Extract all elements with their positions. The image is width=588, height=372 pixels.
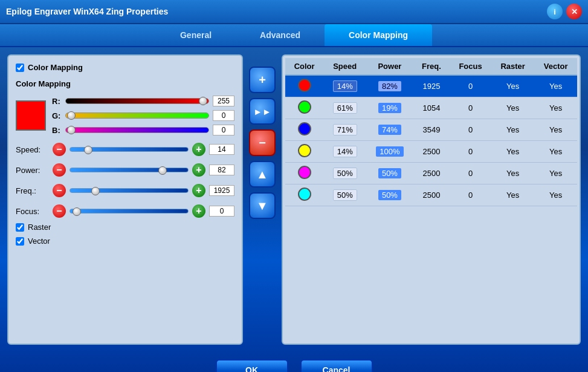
color-table: Color Speed Power Freq. Focus Raster Vec…: [285, 58, 577, 206]
tab-general[interactable]: General: [156, 24, 236, 46]
table-row[interactable]: 61%19%10540YesYes: [285, 97, 577, 119]
cell-power: 100%: [366, 141, 413, 163]
freq-label: Freq.:: [16, 186, 49, 195]
title-icons: i ✕: [547, 4, 582, 19]
cell-freq: 1925: [413, 75, 450, 97]
cell-raster: Yes: [491, 75, 534, 97]
cell-focus: 0: [450, 141, 491, 163]
b-slider[interactable]: [65, 127, 209, 133]
remove-button[interactable]: −: [249, 129, 276, 156]
color-swatch[interactable]: [16, 100, 46, 131]
speed-row: Speed: − + 14: [16, 143, 234, 156]
power-minus[interactable]: −: [53, 163, 66, 177]
focus-label: Focus:: [16, 207, 49, 216]
cell-focus: 0: [450, 184, 491, 206]
col-header-focus: Focus: [450, 58, 491, 75]
b-value[interactable]: 0: [213, 125, 234, 135]
r-row: R: 255: [52, 96, 234, 106]
focus-slider[interactable]: [69, 209, 189, 214]
speed-value[interactable]: 14: [209, 144, 234, 155]
table-row[interactable]: 50%50%25000YesYes: [285, 184, 577, 206]
focus-minus[interactable]: −: [53, 204, 66, 218]
down-button[interactable]: ▼: [249, 192, 276, 219]
cell-focus: 0: [450, 75, 491, 97]
g-value[interactable]: 0: [213, 110, 234, 121]
footer: OK Cancel: [0, 352, 588, 372]
add-button[interactable]: +: [249, 67, 276, 93]
speed-minus[interactable]: −: [53, 143, 66, 156]
cell-color: [285, 184, 323, 206]
freq-value[interactable]: 1925: [209, 185, 234, 196]
cancel-button[interactable]: Cancel: [300, 359, 373, 372]
rgb-controls: R: 255 G: 0 B:: [52, 96, 234, 135]
col-header-power: Power: [366, 58, 413, 75]
ok-button[interactable]: OK: [216, 359, 288, 372]
freq-row: Freq.: − + 1925: [16, 184, 234, 197]
cell-speed: 50%: [323, 163, 366, 184]
focus-plus[interactable]: +: [192, 204, 205, 218]
color-preview-row: R: 255 G: 0 B:: [16, 96, 234, 135]
cell-power: 19%: [366, 97, 413, 119]
table-row[interactable]: 50%50%25000YesYes: [285, 163, 577, 184]
vector-checkbox[interactable]: [16, 237, 24, 246]
table-row[interactable]: 14%82%19250YesYes: [285, 75, 577, 97]
color-dot: [298, 100, 311, 114]
tab-color-mapping[interactable]: Color Mapping: [325, 24, 432, 46]
cell-raster: Yes: [491, 97, 534, 119]
table-row[interactable]: 14%100%25000YesYes: [285, 141, 577, 163]
power-plus[interactable]: +: [192, 163, 205, 177]
cell-raster: Yes: [491, 141, 534, 163]
raster-label: Raster: [28, 223, 51, 232]
title-bar: Epilog Engraver WinX64 Zing Properties i…: [0, 0, 588, 24]
cell-vector: Yes: [534, 184, 577, 206]
close-button[interactable]: ✕: [566, 4, 582, 19]
cell-vector: Yes: [534, 75, 577, 97]
middle-buttons: + ►► − ▲ ▼: [249, 54, 276, 345]
power-slider[interactable]: [69, 168, 189, 172]
color-dot: [298, 79, 311, 92]
cell-vector: Yes: [534, 163, 577, 184]
vector-row: Vector: [16, 237, 234, 246]
cell-focus: 0: [450, 97, 491, 119]
power-value[interactable]: 82: [209, 165, 234, 175]
up-button[interactable]: ▲: [249, 161, 276, 188]
power-row: Power: − + 82: [16, 163, 234, 177]
g-row: G: 0: [52, 110, 234, 121]
speed-slider[interactable]: [69, 147, 189, 152]
speed-plus[interactable]: +: [192, 143, 205, 156]
info-button[interactable]: i: [547, 4, 563, 19]
cell-color: [285, 75, 323, 97]
table-row[interactable]: 71%74%35490YesYes: [285, 119, 577, 141]
freq-slider[interactable]: [69, 188, 189, 193]
freq-plus[interactable]: +: [192, 184, 205, 197]
fast-forward-button[interactable]: ►►: [249, 98, 276, 125]
cell-speed: 14%: [323, 141, 366, 163]
col-header-raster: Raster: [491, 58, 534, 75]
power-label: Power:: [16, 166, 49, 175]
g-slider[interactable]: [65, 113, 209, 119]
cell-freq: 3549: [413, 119, 450, 141]
cell-speed: 61%: [323, 97, 366, 119]
speed-label: Speed:: [16, 145, 49, 154]
cell-vector: Yes: [534, 97, 577, 119]
r-value[interactable]: 255: [213, 96, 234, 106]
raster-checkbox[interactable]: [16, 223, 24, 232]
main-content: Color Mapping Color Mapping R: 255 G:: [0, 47, 588, 352]
cell-power: 74%: [366, 119, 413, 141]
cell-freq: 2500: [413, 184, 450, 206]
cell-speed: 71%: [323, 119, 366, 141]
cell-raster: Yes: [491, 163, 534, 184]
tab-advanced[interactable]: Advanced: [236, 24, 325, 46]
freq-minus[interactable]: −: [53, 184, 66, 197]
cell-vector: Yes: [534, 119, 577, 141]
r-label: R:: [52, 97, 62, 106]
focus-value[interactable]: 0: [209, 206, 234, 217]
cell-freq: 2500: [413, 141, 450, 163]
color-dot: [298, 144, 311, 157]
color-dot: [298, 166, 311, 179]
vector-label: Vector: [28, 237, 50, 246]
cell-vector: Yes: [534, 141, 577, 163]
right-panel: Color Speed Power Freq. Focus Raster Vec…: [282, 54, 581, 345]
color-mapping-checkbox[interactable]: [16, 64, 24, 72]
r-slider[interactable]: [65, 98, 209, 104]
